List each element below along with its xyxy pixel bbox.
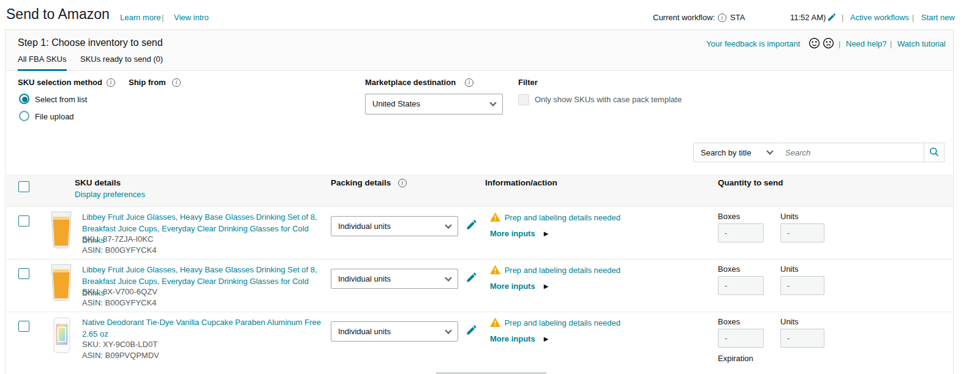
more-inputs-label: More inputs	[490, 282, 535, 291]
packing-details-select[interactable]: Individual units	[331, 216, 458, 236]
boxes-input[interactable]	[718, 329, 764, 348]
divider: |	[890, 39, 892, 48]
marketplace-selected-value: United States	[372, 99, 420, 108]
column-header-packing-details: Packing details	[331, 178, 391, 187]
search-button[interactable]	[924, 143, 944, 162]
chevron-down-icon	[445, 274, 451, 281]
warning-text: Prep and labeling details needed	[505, 318, 620, 327]
current-workflow-label: Current workflow:	[653, 13, 715, 22]
display-preferences-link[interactable]: Display preferences	[75, 190, 145, 199]
search-category-select[interactable]: Search by title	[693, 143, 780, 162]
divider: |	[839, 39, 840, 48]
chevron-down-icon	[489, 99, 496, 106]
boxes-input[interactable]	[718, 276, 764, 295]
smiley-face-icon[interactable]	[809, 37, 820, 51]
edit-pencil-icon[interactable]	[466, 324, 478, 338]
radio-file-upload-label[interactable]: File upload	[35, 112, 74, 121]
product-sku: SKU: 8X-V700-6QZV	[82, 287, 157, 296]
active-tab-indicator	[18, 69, 67, 71]
expiration-label: Expiration	[718, 354, 753, 363]
column-header-sku-details: SKU details	[75, 178, 121, 187]
units-input[interactable]	[780, 329, 824, 348]
info-icon[interactable]: i	[718, 13, 726, 22]
marketplace-destination-label: Marketplace destination	[365, 78, 456, 87]
marketplace-select[interactable]: United States	[365, 94, 503, 114]
send-to-amazon-page: Send to Amazon Learn more | View intro C…	[0, 0, 980, 374]
feedback-label: Your feedback is important	[706, 39, 800, 48]
prep-warning: Prep and labeling details needed	[490, 318, 620, 329]
info-icon[interactable]: i	[398, 179, 407, 187]
row-checkbox[interactable]	[18, 215, 29, 226]
prep-warning: Prep and labeling details needed	[490, 212, 620, 223]
table-row: Libbey Fruit Juice Glasses, Heavy Base G…	[6, 259, 953, 312]
packing-details-value: Individual units	[338, 222, 391, 231]
radio-file-upload[interactable]	[19, 111, 29, 121]
learn-more-link[interactable]: Learn more	[120, 13, 160, 22]
info-icon[interactable]: i	[107, 78, 115, 87]
boxes-label: Boxes	[718, 212, 740, 221]
product-asin: ASIN: B00GYFYCK4	[82, 245, 156, 255]
need-help-link[interactable]: Need help?	[846, 39, 887, 48]
more-inputs-button[interactable]: More inputs▶	[490, 229, 548, 238]
radio-select-from-list[interactable]	[19, 94, 29, 104]
product-sku: SKU: 87-7ZJA-I0KC	[82, 234, 153, 244]
radio-select-from-list-label[interactable]: Select from list	[35, 95, 87, 104]
current-workflow-value: STA	[730, 13, 745, 22]
start-new-link[interactable]: Start new	[921, 13, 955, 22]
packing-details-select[interactable]: Individual units	[331, 269, 458, 289]
chevron-down-icon	[766, 148, 773, 154]
warning-triangle-icon	[490, 214, 503, 223]
packing-details-select[interactable]: Individual units	[331, 321, 458, 342]
product-title-link[interactable]: Native Deodorant Tie-Dye Vanilla Cupcake…	[82, 316, 326, 340]
case-pack-filter-checkbox[interactable]	[518, 94, 529, 105]
more-inputs-label: More inputs	[490, 229, 535, 238]
case-pack-filter-label: Only show SKUs with case pack template	[535, 95, 682, 104]
view-intro-link[interactable]: View intro	[174, 13, 209, 22]
boxes-input[interactable]	[718, 223, 764, 242]
step1-header: Step 1: Choose inventory to send All FBA…	[6, 30, 953, 71]
warning-text: Prep and labeling details needed	[505, 213, 620, 222]
arrow-right-icon: ▶	[544, 283, 549, 290]
info-icon[interactable]: i	[172, 78, 181, 87]
sku-selection-method-label: SKU selection method	[18, 78, 102, 87]
units-input[interactable]	[780, 276, 824, 295]
column-header-information-action: Information/action	[485, 178, 557, 187]
ship-from-label: Ship from	[129, 78, 166, 87]
table-header-row: SKU details Display preferences Packing …	[6, 174, 953, 206]
row-checkbox[interactable]	[18, 321, 29, 332]
info-icon[interactable]: i	[465, 78, 473, 87]
watch-tutorial-link[interactable]: Watch tutorial	[897, 39, 946, 48]
units-label: Units	[780, 264, 799, 274]
chevron-down-icon	[445, 327, 451, 334]
product-image-deodorant	[52, 317, 72, 356]
product-asin: ASIN: B00GYFYCK4	[82, 298, 156, 307]
warning-triangle-icon	[490, 267, 503, 276]
product-image-juice-glasses	[49, 264, 74, 304]
more-inputs-button[interactable]: More inputs▶	[490, 282, 548, 291]
units-input[interactable]	[780, 223, 824, 242]
more-inputs-label: More inputs	[490, 334, 535, 343]
search-input[interactable]	[779, 143, 924, 162]
tab-all-fba-skus[interactable]: All FBA SKUs	[18, 54, 66, 64]
row-checkbox[interactable]	[18, 268, 29, 279]
product-image-juice-glasses	[49, 211, 74, 251]
filter-label: Filter	[518, 78, 538, 87]
tab-skus-ready-to-send[interactable]: SKUs ready to send (0)	[80, 54, 163, 64]
warning-text: Prep and labeling details needed	[505, 266, 620, 275]
page-title: Send to Amazon	[6, 6, 110, 23]
workflow-time: 11:52 AM)	[790, 13, 826, 22]
more-inputs-button[interactable]: More inputs▶	[490, 334, 548, 343]
select-all-checkbox[interactable]	[18, 181, 29, 192]
boxes-label: Boxes	[718, 317, 740, 326]
search-magnifier-icon	[929, 146, 940, 159]
column-header-quantity-to-send: Quantity to send	[718, 178, 783, 187]
edit-pencil-icon[interactable]	[827, 12, 837, 24]
edit-pencil-icon[interactable]	[466, 219, 478, 233]
edit-pencil-icon[interactable]	[466, 271, 478, 285]
search-category-value: Search by title	[701, 148, 751, 157]
step-title: Step 1: Choose inventory to send	[18, 37, 163, 48]
warning-triangle-icon	[490, 320, 503, 329]
packing-details-value: Individual units	[338, 327, 391, 336]
frown-face-icon[interactable]	[823, 37, 834, 51]
active-workflows-link[interactable]: Active workflows	[850, 13, 909, 22]
